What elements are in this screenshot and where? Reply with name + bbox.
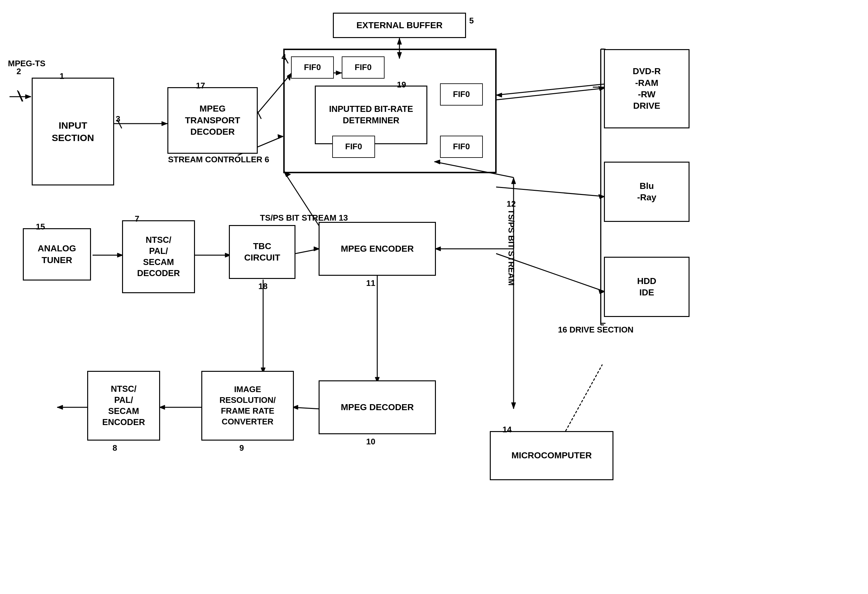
microcomputer-block: MICROCOMPUTER	[490, 431, 613, 480]
blu-ray-block: Blu-Ray	[604, 162, 689, 222]
mpeg-ts-num2: 2	[16, 66, 21, 77]
mpeg-ts-label: MPEG-TS	[8, 59, 45, 68]
svg-marker-36	[57, 405, 63, 410]
fifo5-block: FIF0	[440, 136, 483, 158]
input-section-block: INPUTSECTION	[32, 78, 114, 186]
input-section-num: 1	[60, 71, 64, 81]
mpeg-transport-num: 17	[196, 81, 205, 91]
svg-marker-47	[278, 134, 283, 139]
fifo1-block: FIF0	[291, 56, 334, 79]
svg-marker-24	[511, 402, 516, 409]
svg-marker-16	[496, 93, 502, 97]
mpeg-transport-decoder-block: MPEGTRANSPORTDECODER	[167, 87, 258, 154]
mpeg-encoder-block: MPEG ENCODER	[319, 222, 436, 276]
external-buffer-block: EXTERNAL BUFFER	[333, 13, 466, 38]
svg-line-5	[18, 90, 22, 102]
svg-marker-7	[162, 121, 167, 126]
mpeg-decoder-num: 10	[366, 437, 375, 447]
tbc-circuit-block: TBCCIRCUIT	[229, 225, 295, 279]
image-resolution-block: IMAGERESOLUTION/FRAME RATECONVERTER	[201, 371, 294, 441]
fifo3-block: FIF0	[440, 83, 483, 106]
microcomputer-num: 14	[502, 425, 512, 435]
drive-bracket-svg	[596, 47, 605, 326]
analog-tuner-block: ANALOGTUNER	[23, 228, 91, 280]
analog-tuner-num: 15	[36, 222, 45, 232]
fifo4-block: FIF0	[332, 136, 375, 158]
num4: 4	[282, 52, 286, 62]
ntsc-pal-decoder-num: 7	[135, 214, 139, 224]
external-buffer-num: 5	[469, 16, 474, 26]
ts-ps-bit-stream-vertical: TS/PS BIT STREAM	[506, 209, 516, 273]
svg-line-18	[496, 187, 605, 196]
fifo2-block: FIF0	[342, 56, 385, 79]
diagram: EXTERNAL BUFFER 5 INPUTSECTION 1 MPEGTRA…	[0, 0, 868, 594]
num12: 12	[506, 199, 516, 209]
ts-ps-bit-stream-label: TS/PS BIT STREAM 13	[260, 213, 348, 223]
stream-controller-label: STREAM CONTROLLER 6	[168, 155, 269, 165]
num3: 3	[116, 114, 120, 124]
hdd-ide-block: HDDIDE	[604, 257, 689, 317]
ntsc-pal-encoder-num: 8	[112, 443, 117, 453]
image-resolution-num: 9	[239, 443, 244, 453]
tbc-circuit-num: 18	[258, 282, 267, 291]
ntsc-pal-encoder-block: NTSC/PAL/SECAMENCODER	[87, 371, 160, 441]
ntsc-pal-decoder-block: NTSC/PAL/SECAMDECODER	[122, 220, 195, 293]
svg-marker-1	[397, 38, 402, 44]
svg-marker-4	[25, 94, 31, 99]
dvd-drive-block: DVD-R-RAM-RWDRIVE	[604, 49, 689, 128]
svg-marker-23	[511, 177, 516, 184]
mpeg-decoder-block: MPEG DECODER	[319, 380, 436, 434]
mpeg-encoder-num: 11	[366, 278, 375, 288]
inputted-bit-rate-num: 19	[397, 80, 406, 90]
